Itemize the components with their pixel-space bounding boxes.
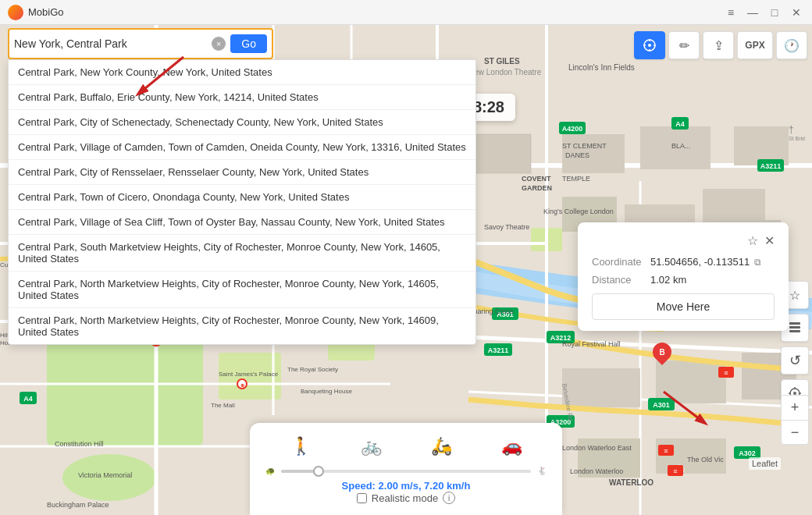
speed-fast-icon: 🐇 (537, 467, 547, 475)
dropdown-item-4[interactable]: Central Park, City of Rensselaer, Rensse… (9, 160, 475, 185)
walk-mode-button[interactable]: 🚶 (285, 432, 316, 460)
svg-text:WATERLOO: WATERLOO (609, 478, 654, 487)
svg-text:⊕: ⊕ (240, 383, 244, 388)
dropdown-item-9[interactable]: Central Park, North Marketview Heights, … (9, 308, 475, 344)
copy-coordinate-button[interactable]: ⧉ (754, 257, 761, 268)
svg-text:King's College London: King's College London (543, 208, 614, 215)
svg-text:A3211: A3211 (760, 162, 782, 170)
speed-display: Speed: 2.00 m/s, 7.20 km/h (265, 480, 547, 492)
dropdown-item-6[interactable]: Central Park, Village of Sea Cliff, Town… (9, 210, 475, 235)
svg-rect-132 (789, 322, 800, 325)
svg-text:Saint James's Palace: Saint James's Palace (219, 371, 279, 378)
svg-text:Savoy Theatre: Savoy Theatre (484, 223, 529, 231)
gpx-button[interactable]: GPX (737, 31, 773, 59)
dropdown-item-3[interactable]: Central Park, Village of Camden, Town of… (9, 135, 475, 160)
distance-label: Distance (592, 274, 650, 286)
search-dropdown: Central Park, New York County, New York,… (8, 59, 476, 345)
right-toolbar: ✏ ⇪ GPX 🕐 (629, 28, 812, 62)
popup-header: ☆ ✕ (592, 233, 775, 248)
app-logo (8, 5, 23, 20)
side-undo-button[interactable]: ↺ (781, 346, 809, 375)
svg-text:The Mall: The Mall (211, 402, 235, 409)
svg-rect-133 (789, 326, 800, 329)
app-title: MobiGo (28, 6, 64, 18)
move-here-button[interactable]: Move Here (592, 293, 775, 320)
svg-text:New London Theatre: New London Theatre (468, 68, 542, 76)
popup-close-button[interactable]: ✕ (764, 233, 775, 248)
svg-text:ST GILES: ST GILES (484, 57, 520, 66)
moped-mode-button[interactable]: 🛵 (426, 432, 457, 460)
svg-text:Victoria Memorial: Victoria Memorial (78, 471, 132, 479)
info-icon[interactable]: i (443, 492, 455, 504)
svg-text:A4: A4 (675, 120, 685, 128)
marker-b: B (653, 343, 671, 366)
search-container: New York, Central Park × Go Central Park… (8, 25, 476, 345)
leaflet-attribution: Leaflet (749, 457, 781, 470)
svg-text:GARDEN: GARDEN (522, 184, 552, 192)
svg-text:A4: A4 (23, 395, 33, 403)
svg-rect-134 (789, 330, 800, 332)
svg-text:COVENT: COVENT (522, 175, 551, 183)
svg-rect-41 (562, 368, 640, 407)
bottom-transport-bar: 🚶 🚲 🛵 🚗 🐢 🐇 Speed: 2.00 m/s, 7.20 km/h R… (250, 423, 562, 515)
red-arrow (125, 53, 187, 100)
map-arrow-2 (656, 384, 718, 431)
zoom-out-button[interactable]: − (781, 420, 809, 445)
share-button[interactable]: ⇪ (703, 31, 734, 59)
svg-text:St Brid: St Brid (789, 136, 805, 141)
bike-mode-button[interactable]: 🚲 (355, 432, 386, 460)
minimize-button[interactable]: — (745, 5, 760, 20)
svg-text:Lincoln's Inn Fields: Lincoln's Inn Fields (568, 63, 635, 72)
zoom-controls: + − (781, 395, 809, 445)
svg-text:ST CLEMENT: ST CLEMENT (562, 142, 607, 150)
svg-text:DANES: DANES (565, 151, 589, 159)
popup-star-button[interactable]: ☆ (747, 233, 758, 248)
speed-slow-icon: 🐢 (265, 467, 275, 475)
zoom-in-button[interactable]: + (781, 395, 809, 420)
svg-point-131 (648, 44, 651, 47)
dropdown-item-1[interactable]: Central Park, Buffalo, Erie County, New … (9, 85, 475, 110)
transport-mode-selector: 🚶 🚲 🛵 🚗 (265, 432, 547, 460)
search-input[interactable]: New York, Central Park (14, 37, 212, 50)
history-button[interactable]: 🕐 (776, 31, 807, 59)
svg-text:The Royal Society: The Royal Society (287, 366, 338, 373)
svg-text:Royal Festival Hall: Royal Festival Hall (562, 340, 621, 348)
go-button[interactable]: Go (230, 34, 267, 53)
dropdown-item-2[interactable]: Central Park, City of Schenectady, Schen… (9, 110, 475, 135)
crosshair-button[interactable] (634, 31, 665, 59)
speed-slider-track[interactable] (281, 470, 531, 473)
speed-slider-container: 🐢 🐇 (265, 467, 547, 475)
svg-text:≡: ≡ (664, 447, 668, 455)
coordinate-row: Coordinate 51.504656, -0.113511 ⧉ (592, 256, 775, 268)
car-mode-button[interactable]: 🚗 (496, 432, 527, 460)
svg-text:BLA...: BLA... (671, 142, 691, 150)
dropdown-item-8[interactable]: Central Park, North Marketview Heights, … (9, 272, 475, 308)
svg-text:≡: ≡ (673, 467, 677, 475)
svg-text:London Waterloo: London Waterloo (570, 467, 623, 475)
svg-text:The Old Vic: The Old Vic (687, 456, 724, 464)
realistic-mode-label: Realistic mode (372, 492, 438, 504)
dropdown-item-7[interactable]: Central Park, South Marketview Heights, … (9, 235, 475, 272)
distance-row: Distance 1.02 km (592, 274, 775, 286)
svg-line-123 (664, 392, 703, 421)
dropdown-item-5[interactable]: Central Park, Town of Cicero, Onondaga C… (9, 185, 475, 210)
pencil-button[interactable]: ✏ (668, 31, 700, 59)
coordinate-popup: ☆ ✕ Coordinate 51.504656, -0.113511 ⧉ Di… (578, 222, 789, 331)
svg-text:Constitution Hill: Constitution Hill (55, 440, 104, 448)
speed-label: Speed: (342, 480, 376, 492)
maximize-button[interactable]: □ (767, 5, 782, 20)
svg-text:London Waterloo East: London Waterloo East (562, 444, 632, 452)
close-button[interactable]: ✕ (789, 5, 804, 20)
realistic-mode-checkbox[interactable] (357, 493, 367, 503)
clear-button[interactable]: × (212, 37, 226, 51)
menu-button[interactable]: ≡ (723, 5, 739, 20)
speed-slider-thumb[interactable] (313, 466, 324, 477)
svg-text:TEMPLE: TEMPLE (562, 175, 590, 183)
svg-line-125 (141, 57, 183, 92)
titlebar: MobiGo ≡ — □ ✕ (0, 0, 812, 25)
svg-text:A3211: A3211 (488, 346, 509, 354)
realistic-mode-row: Realistic mode i (265, 492, 547, 504)
distance-value: 1.02 km (650, 274, 686, 286)
svg-text:†: † (789, 124, 794, 135)
dropdown-item-0[interactable]: Central Park, New York County, New York,… (9, 60, 475, 85)
